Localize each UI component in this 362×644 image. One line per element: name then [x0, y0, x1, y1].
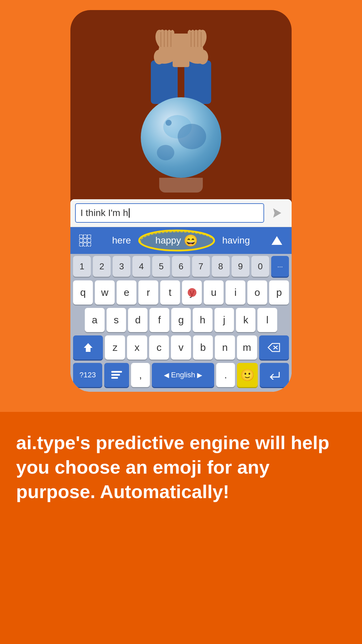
key-more[interactable]: ···	[271, 256, 289, 277]
number-row: 1 2 3 4 5 6 7 8 9 0 ···	[70, 254, 292, 279]
svg-rect-18	[83, 239, 87, 242]
bottom-text-section: ai.type's predictive engine will help yo…	[0, 412, 362, 644]
svg-rect-21	[83, 243, 87, 246]
key-0[interactable]: 0	[251, 256, 269, 277]
key-f[interactable]: f	[149, 308, 169, 332]
key-row-bottom: ?123 , ◀ English ▶	[70, 361, 292, 392]
key-num123[interactable]: ?123	[73, 363, 102, 387]
keyboard-layout-icon	[111, 370, 123, 380]
key-q[interactable]: q	[73, 280, 93, 305]
key-i[interactable]: i	[226, 280, 245, 305]
key-d[interactable]: d	[128, 308, 147, 332]
key-w[interactable]: w	[95, 280, 115, 305]
illustration-area	[70, 10, 292, 199]
svg-point-11	[154, 50, 165, 64]
key-g[interactable]: g	[171, 308, 191, 332]
key-u[interactable]: u	[204, 280, 224, 305]
svg-marker-25	[272, 236, 282, 245]
key-4[interactable]: 4	[132, 256, 150, 277]
key-6[interactable]: 6	[172, 256, 190, 277]
key-5[interactable]: 5	[152, 256, 170, 277]
send-button[interactable]	[267, 203, 287, 223]
svg-rect-19	[87, 239, 91, 242]
send-icon	[271, 207, 283, 219]
prediction-happy[interactable]: happy 😄	[150, 231, 203, 250]
key-y[interactable]: y	[182, 280, 202, 305]
key-y-wrapper: y	[182, 280, 202, 305]
key-row-2: a s d f g h j k l	[70, 306, 292, 334]
key-k[interactable]: k	[236, 308, 255, 332]
backspace-icon	[267, 343, 280, 352]
key-9[interactable]: 9	[232, 256, 249, 277]
happy-emoji: 😄	[184, 234, 198, 247]
key-m[interactable]: m	[237, 335, 257, 360]
prediction-here[interactable]: here	[107, 232, 136, 249]
key-p[interactable]: p	[269, 280, 289, 305]
praying-hands-icon	[134, 27, 228, 104]
key-b[interactable]: b	[193, 335, 213, 360]
lang-arrow-left: ◀	[164, 371, 169, 379]
key-7[interactable]: 7	[192, 256, 210, 277]
key-a[interactable]: a	[85, 308, 104, 332]
shift-icon	[83, 342, 93, 353]
svg-rect-10	[173, 34, 189, 67]
key-backspace[interactable]	[259, 335, 289, 360]
phone-body: I think I'm h	[70, 10, 292, 392]
key-t[interactable]: t	[160, 280, 180, 305]
key-period[interactable]: .	[216, 363, 235, 387]
input-text: I think I'm h	[80, 208, 128, 218]
key-s[interactable]: s	[107, 308, 126, 332]
key-enter[interactable]	[260, 363, 289, 387]
svg-rect-15	[83, 235, 87, 238]
key-x[interactable]: x	[127, 335, 147, 360]
crystal-ball-illustration	[141, 97, 221, 193]
svg-point-12	[197, 50, 208, 64]
key-keyboard-layout[interactable]	[104, 363, 129, 387]
up-arrow-icon	[271, 235, 283, 246]
key-row-1: q w e r t y u i o p	[70, 279, 292, 306]
enter-icon	[268, 370, 281, 380]
svg-marker-26	[84, 343, 93, 352]
svg-marker-13	[273, 208, 281, 218]
prediction-happy-wrapper: happy 😄	[150, 231, 203, 250]
key-o[interactable]: o	[247, 280, 267, 305]
lang-label: English	[171, 371, 195, 379]
grid-icon	[79, 234, 92, 247]
key-space[interactable]: ◀ English ▶	[152, 363, 214, 387]
key-l[interactable]: l	[257, 308, 277, 332]
key-8[interactable]: 8	[212, 256, 230, 277]
key-c[interactable]: c	[149, 335, 169, 360]
key-z[interactable]: z	[105, 335, 125, 360]
prediction-up-button[interactable]	[262, 227, 292, 254]
svg-rect-30	[111, 374, 120, 376]
key-v[interactable]: v	[171, 335, 191, 360]
key-shift[interactable]	[73, 335, 103, 360]
lang-arrow-right: ▶	[197, 371, 202, 379]
svg-rect-22	[87, 243, 91, 246]
happy-text: happy	[156, 235, 181, 246]
app-root: I think I'm h	[0, 0, 362, 644]
prediction-having[interactable]: having	[217, 232, 255, 249]
text-input-field[interactable]: I think I'm h	[75, 203, 264, 223]
key-2[interactable]: 2	[93, 256, 111, 277]
svg-rect-29	[111, 371, 122, 373]
svg-rect-31	[111, 377, 118, 379]
key-emoji[interactable]: 🙂	[237, 363, 258, 387]
prediction-grid-button[interactable]	[70, 227, 100, 254]
key-comma[interactable]: ,	[131, 363, 150, 387]
key-3[interactable]: 3	[113, 256, 130, 277]
key-n[interactable]: n	[215, 335, 235, 360]
key-h[interactable]: h	[193, 308, 212, 332]
text-input-bar: I think I'm h	[70, 199, 292, 227]
key-e[interactable]: e	[117, 280, 136, 305]
svg-rect-16	[87, 235, 91, 238]
cursor	[129, 208, 130, 218]
keyboard-area: I think I'm h	[70, 199, 292, 392]
key-j[interactable]: j	[215, 308, 234, 332]
prediction-bar: here happy 😄	[70, 227, 292, 254]
bottom-headline: ai.type's predictive engine will help yo…	[16, 431, 346, 504]
svg-rect-20	[79, 243, 83, 246]
key-r[interactable]: r	[138, 280, 158, 305]
prediction-words: here happy 😄	[100, 227, 262, 254]
key-1[interactable]: 1	[73, 256, 91, 277]
